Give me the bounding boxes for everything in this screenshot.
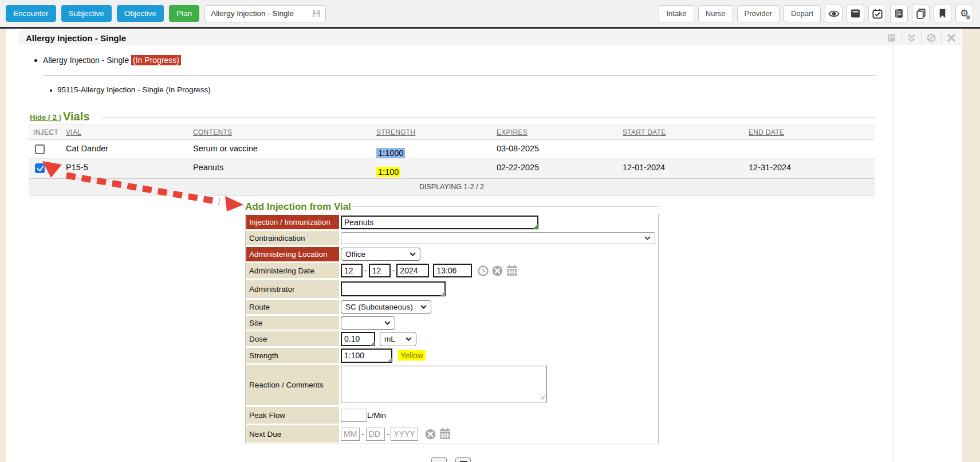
chevron-down-icon (406, 337, 412, 341)
intake-button[interactable]: Intake (659, 5, 694, 22)
cell-vial: P15-5 (66, 163, 88, 172)
location-select[interactable]: Office (341, 248, 420, 261)
inject-checkbox[interactable] (35, 144, 45, 154)
form-row-dose: Dose mL (246, 331, 658, 347)
dose-label: Dose (246, 331, 339, 346)
panel-header-icons (881, 30, 961, 45)
plan-button[interactable]: Plan (169, 5, 199, 22)
form-row-strength: Strength Yellow (246, 347, 658, 363)
col-vial[interactable]: VIAL (66, 128, 81, 136)
encounter-button[interactable]: Encounter (6, 5, 56, 22)
form-row-administrator: Administrator (246, 279, 658, 299)
next-due-year-input[interactable] (391, 428, 418, 441)
table-row: Cat Dander Serum or vaccine 1:1000 03-08… (29, 140, 875, 159)
resize-grip[interactable] (387, 358, 392, 362)
form-selector-label: Allergy Injection - Single (211, 9, 294, 18)
date-separator: - (392, 266, 395, 275)
col-start-date[interactable]: START DATE (623, 128, 666, 136)
admin-date-day-input[interactable] (369, 264, 391, 277)
nurse-button[interactable]: Nurse (698, 5, 733, 22)
gears-icon[interactable]: ⚙⚙ (955, 5, 973, 22)
cell-vial: Cat Dander (66, 144, 108, 153)
table-row: P15-5 Peanuts 1:100 02-22-2025 12-01-202… (29, 159, 875, 178)
form-row-location: Administering Location Office (246, 246, 658, 262)
clear-date-icon[interactable] (492, 265, 503, 276)
fieldset-line (243, 206, 245, 207)
top-toolbar: Encounter Subjective Objective Plan Alle… (0, 0, 980, 29)
eye-icon[interactable] (825, 5, 843, 22)
bookmark-icon[interactable] (934, 5, 951, 22)
admin-date-label: Administering Date (246, 263, 339, 278)
vertical-scrollbar[interactable] (892, 45, 895, 462)
strength-color-flag: Yellow (398, 350, 426, 361)
date-separator: - (387, 429, 389, 438)
resize-grip[interactable] (370, 341, 375, 346)
copy-icon[interactable] (912, 5, 930, 22)
add-injection-form: Injection / Immunization Contraindicatio… (245, 214, 659, 444)
bullet-dot (50, 89, 52, 92)
table-pagination: DISPLAYING 1-2 / 2 (29, 178, 875, 195)
dose-unit-select[interactable]: mL (380, 332, 416, 346)
form-selector[interactable]: Allergy Injection - Single (204, 5, 326, 22)
strength-label: Strength (246, 348, 339, 363)
route-select[interactable]: SC (Subcutaneous) (341, 300, 431, 314)
objective-button[interactable]: Objective (117, 5, 164, 22)
reaction-label: Reaction / Comments (246, 365, 339, 405)
form-row-admin-date: Administering Date - - (246, 263, 658, 279)
resize-grip[interactable] (440, 291, 445, 296)
collapse-all-icon[interactable] (901, 30, 921, 45)
book-icon[interactable] (890, 5, 908, 22)
disable-icon[interactable] (921, 30, 941, 45)
fieldset-line (102, 118, 875, 118)
hide-vials-link[interactable]: Hide ( 2 ) (30, 113, 61, 122)
form-row-site: Site (246, 315, 658, 330)
book-icon[interactable] (881, 30, 901, 45)
panel-header: Allergy Injection - Single (19, 30, 961, 45)
col-contents[interactable]: CONTENTS (193, 128, 232, 136)
resize-grip[interactable] (533, 224, 538, 229)
vials-table: INJECT VIAL CONTENTS STRENGTH EXPIRES ST… (29, 124, 875, 195)
provider-button[interactable]: Provider (737, 5, 780, 22)
inject-checkbox[interactable] (35, 163, 45, 173)
save-icon[interactable] (312, 9, 321, 18)
route-label: Route (246, 300, 339, 314)
col-end-date[interactable]: END DATE (749, 128, 784, 136)
close-icon[interactable] (941, 30, 961, 45)
calendar-icon[interactable] (439, 428, 451, 440)
injection-input[interactable] (341, 216, 538, 229)
subjective-button[interactable]: Subjective (61, 5, 112, 22)
ehr-screen: Encounter Subjective Objective Plan Alle… (0, 0, 980, 462)
form-row-contraindication: Contraindication (246, 230, 658, 246)
calendar-icon[interactable] (506, 265, 518, 276)
next-due-day-input[interactable] (366, 428, 385, 441)
resize-grip[interactable] (540, 394, 546, 400)
strength-input[interactable] (341, 349, 392, 363)
reaction-textarea[interactable] (341, 366, 547, 402)
col-expires[interactable]: EXPIRES (497, 128, 528, 136)
peak-flow-unit: L/Min (367, 411, 386, 420)
form-row-next-due: Next Due - - (246, 425, 658, 443)
admin-time-input[interactable] (433, 264, 472, 277)
fieldset-line (27, 118, 29, 118)
clear-date-icon[interactable] (425, 429, 436, 440)
admin-date-year-input[interactable] (396, 264, 429, 277)
toolbar-stage-group: Intake Nurse Provider Depart (659, 5, 980, 22)
admin-date-month-input[interactable] (341, 264, 363, 277)
depart-button[interactable]: Depart (784, 5, 821, 22)
chevron-down-icon (410, 252, 416, 256)
bottom-save-button[interactable] (455, 457, 471, 462)
administrator-input[interactable] (341, 281, 446, 296)
archive-icon[interactable] (847, 5, 864, 22)
bullet-dot (34, 59, 37, 62)
peak-flow-input[interactable] (341, 409, 367, 422)
clock-icon[interactable] (478, 265, 489, 276)
form-row-reaction: Reaction / Comments (246, 364, 658, 406)
col-strength[interactable]: STRENGTH (376, 128, 415, 136)
next-due-month-input[interactable] (341, 428, 360, 441)
bottom-action-button[interactable] (431, 457, 447, 462)
site-select[interactable] (341, 316, 395, 330)
contraindication-select[interactable] (341, 232, 655, 244)
cell-contents: Serum or vaccine (193, 144, 258, 153)
calendar-check-icon[interactable] (868, 5, 886, 22)
form-status-label: Allergy Injection - Single (43, 56, 129, 65)
